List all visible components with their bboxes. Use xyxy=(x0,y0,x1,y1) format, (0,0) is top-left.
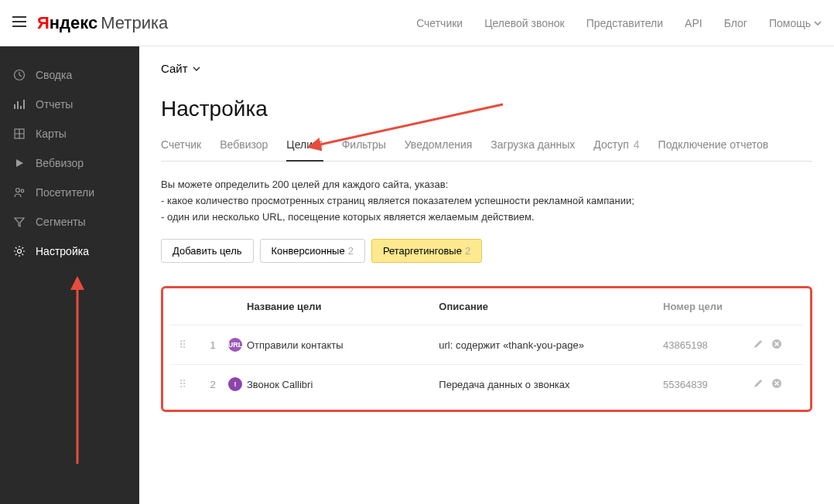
chevron-down-icon xyxy=(814,21,822,26)
goal-id: 55364839 xyxy=(663,379,740,390)
logo-letter-y: Я xyxy=(37,13,50,32)
edit-icon[interactable] xyxy=(753,339,764,352)
logo[interactable]: ЯЯндексндекс Метрика xyxy=(37,13,168,33)
goal-desc: Передача данных о звонках xyxy=(439,379,663,390)
delete-icon[interactable] xyxy=(771,339,782,352)
grid-icon xyxy=(12,127,26,141)
sidebar-label-visitors: Посетители xyxy=(36,186,94,199)
nav-counters[interactable]: Счетчики xyxy=(416,17,463,29)
button-row: Добавить цель Конверсионные 2 Ретаргетин… xyxy=(161,239,812,263)
table-head: Название цели Описание Номер цели xyxy=(169,295,804,325)
nav-help-label: Помощь xyxy=(769,17,811,29)
nav-target-call[interactable]: Целевой звонок xyxy=(484,17,565,29)
sidebar-item-maps[interactable]: Карты xyxy=(0,119,139,148)
goal-name: Отправили контакты xyxy=(247,339,439,351)
goal-desc: url: содержит «thank-you-page» xyxy=(439,339,663,351)
goal-name: Звонок Callibri xyxy=(247,379,439,390)
conversion-filter-button[interactable]: Конверсионные 2 xyxy=(260,239,365,263)
drag-handle-icon[interactable]: ⠿ xyxy=(179,339,186,351)
info-text: Вы можете определить 200 целей для каждо… xyxy=(161,177,812,225)
info-line3: - один или несколько URL, посещение кото… xyxy=(161,209,812,226)
retargeting-count: 2 xyxy=(465,245,470,257)
warning-badge-icon: ! xyxy=(228,377,242,391)
sidebar-item-settings[interactable]: Настройка xyxy=(0,237,139,266)
top-header: ЯЯндексндекс Метрика Счетчики Целевой зв… xyxy=(0,0,834,46)
hamburger-icon[interactable] xyxy=(12,16,26,30)
tab-upload[interactable]: Загрузка данных xyxy=(490,138,575,161)
url-badge-icon: URL xyxy=(228,338,242,352)
bar-chart-icon xyxy=(12,97,26,111)
svg-point-4 xyxy=(18,250,22,254)
clock-icon xyxy=(12,68,26,82)
sidebar-item-segments[interactable]: Сегменты xyxy=(0,207,139,237)
users-icon xyxy=(12,186,26,199)
nav-help[interactable]: Помощь xyxy=(769,17,822,29)
tab-goals-label: Цели xyxy=(286,138,313,151)
svg-point-3 xyxy=(21,189,24,192)
sidebar-label-reports: Отчеты xyxy=(36,98,73,111)
row-num: 2 xyxy=(202,379,224,390)
tab-notifications[interactable]: Уведомления xyxy=(405,138,473,161)
gear-icon xyxy=(12,244,26,258)
conversion-label: Конверсионные xyxy=(272,245,345,257)
tab-goals[interactable]: Цели 4 xyxy=(286,138,323,162)
head-desc: Описание xyxy=(439,301,663,312)
main-content: Сайт Настройка Счетчик Вебвизор Цели 4 Ф… xyxy=(139,46,834,504)
layout: Сводка Отчеты Карты Вебвизор Посетители … xyxy=(0,46,834,504)
head-id: Номер цели xyxy=(663,301,740,312)
site-selector[interactable]: Сайт xyxy=(161,62,200,75)
nav-blog[interactable]: Блог xyxy=(724,17,747,29)
sidebar-item-visitors[interactable]: Посетители xyxy=(0,178,139,207)
sidebar-label-settings: Настройка xyxy=(36,245,89,257)
tab-access-label: Доступ xyxy=(593,138,629,151)
drag-handle-icon[interactable]: ⠿ xyxy=(179,378,186,390)
sidebar-item-summary[interactable]: Сводка xyxy=(0,60,139,90)
tab-goals-count: 4 xyxy=(317,138,323,151)
settings-tabs: Счетчик Вебвизор Цели 4 Фильтры Уведомле… xyxy=(161,138,812,162)
top-nav: Счетчики Целевой звонок Представители AP… xyxy=(416,17,822,29)
tab-webvisor[interactable]: Вебвизор xyxy=(220,138,268,161)
retargeting-filter-button[interactable]: Ретаргетинговые 2 xyxy=(371,239,482,263)
sidebar-label-maps: Карты xyxy=(36,128,67,140)
sidebar-item-reports[interactable]: Отчеты xyxy=(0,90,139,119)
tab-connect[interactable]: Подключение отчетов xyxy=(658,138,769,161)
head-name: Название цели xyxy=(247,301,439,312)
sidebar-label-segments: Сегменты xyxy=(36,216,86,228)
goal-id: 43865198 xyxy=(663,339,740,351)
tab-access[interactable]: Доступ 4 xyxy=(593,138,639,161)
add-goal-button[interactable]: Добавить цель xyxy=(161,239,254,263)
delete-icon[interactable] xyxy=(771,378,782,391)
tab-filters[interactable]: Фильтры xyxy=(342,138,386,161)
sidebar: Сводка Отчеты Карты Вебвизор Посетители … xyxy=(0,46,139,504)
sidebar-label-webvisor: Вебвизор xyxy=(36,157,84,169)
conversion-count: 2 xyxy=(348,245,354,257)
info-line1: Вы можете определить 200 целей для каждо… xyxy=(161,177,812,193)
play-icon xyxy=(12,156,26,170)
retargeting-label: Ретаргетинговые xyxy=(383,245,462,257)
logo-metrika: Метрика xyxy=(101,13,168,33)
nav-representatives[interactable]: Представители xyxy=(586,17,663,29)
funnel-icon xyxy=(12,215,26,229)
page-title: Настройка xyxy=(161,97,812,121)
nav-api[interactable]: API xyxy=(685,17,702,29)
tab-access-count: 4 xyxy=(634,138,640,151)
site-selector-label: Сайт xyxy=(161,62,188,75)
table-row: ⠿ 2 ! Звонок Callibri Передача данных о … xyxy=(169,364,804,404)
sidebar-item-webvisor[interactable]: Вебвизор xyxy=(0,148,139,178)
table-row: ⠿ 1 URL Отправили контакты url: содержит… xyxy=(169,325,804,364)
row-num: 1 xyxy=(202,339,224,351)
svg-point-2 xyxy=(16,189,20,192)
sidebar-label-summary: Сводка xyxy=(36,69,72,81)
info-line2: - какое количество просмотренных страниц… xyxy=(161,193,812,209)
edit-icon[interactable] xyxy=(753,378,764,391)
chevron-down-icon xyxy=(193,66,200,71)
tab-counter[interactable]: Счетчик xyxy=(161,138,201,161)
goals-table-highlight: Название цели Описание Номер цели ⠿ 1 UR… xyxy=(161,286,812,412)
